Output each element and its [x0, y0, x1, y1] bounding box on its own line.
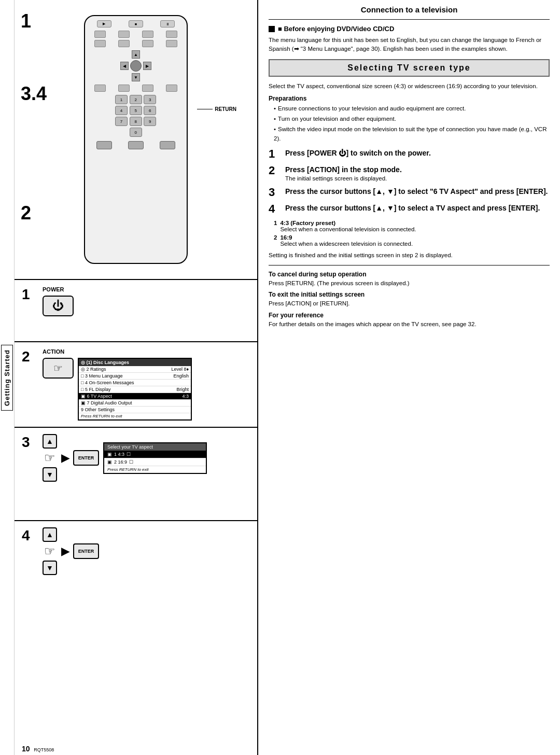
screen2-row-7: Press RETURN to exit [79, 413, 191, 420]
remote-btn-stop: ■ [129, 20, 143, 27]
remote-btn-r1 [94, 31, 106, 38]
right-step4-number: 4 [269, 203, 281, 215]
numpad-3: 3 [144, 95, 156, 104]
step1-number: 1 [22, 286, 37, 303]
remote-btn-a4 [166, 85, 177, 92]
remote-btn-a2 [118, 85, 130, 92]
cancel-note-text: Press [RETURN]. (The previous screen is … [269, 279, 550, 288]
screen3-mockup: Select your TV aspect ▣ 1 4:3 ☐ ▣ 2 16:9… [103, 442, 207, 474]
screen2-row-0: ◎ 2 Ratings Level 8♦ [79, 366, 191, 373]
sidebar-tab: Getting Started [0, 0, 15, 755]
remote-btn-r2 [118, 31, 130, 38]
dpad-center [130, 60, 142, 72]
cursor-up-down: ▲ ☞ ▼ [43, 434, 57, 482]
reference-note-title: For your reference [269, 312, 550, 319]
divider-1 [269, 265, 550, 265]
screen2-row-2: □ 4 On-Screen Messages [79, 380, 191, 386]
sub-option-1: 1 4:3 (Factory preset) Select when a con… [274, 220, 550, 232]
power-label: POWER [43, 286, 250, 292]
dpad-left: ◀ [120, 62, 129, 70]
right-step2-number: 2 [269, 165, 281, 176]
remote-btn-a3 [142, 85, 153, 92]
step2-section: 2 ACTION ☞ ◎ (1) Disc Languages ◎ 2 Rati… [15, 342, 257, 428]
remote-btn-r7 [142, 40, 153, 47]
right-step1-number: 1 [269, 148, 281, 160]
step4-arrow: ▶ [61, 545, 69, 557]
step2-number: 2 [22, 348, 37, 365]
before-section-body: The menu language for this unit has been… [269, 36, 550, 54]
dpad-right: ▶ [143, 62, 151, 70]
numpad-1: 1 [115, 95, 128, 104]
prep-item-2: Switch the video input mode on the telev… [274, 125, 550, 143]
sidebar-label: Getting Started [1, 345, 13, 411]
numpad-4: 4 [115, 106, 128, 115]
step2-content: ACTION ☞ ◎ (1) Disc Languages ◎ 2 Rating… [43, 348, 250, 421]
remote-numpad: 1 2 3 4 5 6 7 8 9 0 [115, 95, 157, 137]
remote-btn-r3 [142, 31, 153, 38]
dpad-down: ▼ [132, 73, 140, 81]
step1-section: 1 POWER ⏻ [15, 280, 257, 342]
step4-section: 4 ▲ ☞ ▼ ▶ ENTER [15, 521, 257, 589]
screen2-row-1: □ 3 Menu Language English [79, 373, 191, 380]
numpad-7: 7 [115, 117, 128, 126]
screen2-row-4: ▣ 6 TV Aspect 4:3 [79, 393, 191, 400]
cursor-up-btn-4: ▲ [43, 527, 57, 542]
preparations-list: Ensure connections to your television an… [269, 104, 550, 143]
return-label: RETURN [197, 106, 236, 112]
remote-btn-a1 [94, 85, 106, 92]
model-number: RQT5508 [34, 747, 54, 752]
cursor-down-btn: ▼ [43, 467, 57, 482]
setting-note: Setting is finished and the initial sett… [269, 251, 550, 260]
right-step2-sub: The initial settings screen is displayed… [285, 175, 402, 181]
selecting-banner: Selecting TV screen type [269, 59, 550, 77]
remote-btn-pause: ⏸ [160, 20, 175, 27]
step4-number: 4 [22, 527, 37, 544]
screen3-title: Select your TV aspect [104, 443, 206, 451]
remote-btn-r8 [166, 40, 177, 47]
exit-note-section: To exit the initial settings screen Pres… [269, 291, 550, 308]
prep-item-0: Ensure connections to your television an… [274, 104, 550, 113]
numpad-6: 6 [144, 106, 156, 115]
before-section-title: ■ Before enjoying DVD/Video CD/CD [269, 25, 550, 33]
enter-btn-4: ENTER [73, 543, 99, 559]
hand-icon-4: ☞ [44, 544, 55, 558]
prep-item-1: Turn on your television and other equipm… [274, 115, 550, 123]
right-step1: 1 Press [POWER ⏻] to switch on the power… [269, 148, 550, 160]
right-panel: Connection to a television ■ Before enjo… [258, 0, 560, 755]
sub-option-2-label: 16:9 [280, 234, 292, 241]
left-panel: 1 3.4 2 ▶ ■ ⏸ [15, 0, 258, 755]
screen3-row-0: ▣ 1 4:3 ☐ [104, 451, 206, 458]
right-step2-text: Press [ACTION] in the stop mode. [285, 165, 402, 174]
remote-btn-bottom1 [96, 141, 112, 149]
numpad-9: 9 [144, 117, 156, 126]
remote-btn-r5 [94, 40, 106, 47]
exit-note-title: To exit the initial settings screen [269, 291, 550, 298]
reference-note-text: For further details on the images which … [269, 320, 550, 329]
remote-btn-bottom3 [160, 141, 175, 149]
step-label-2: 2 [21, 202, 31, 224]
cursor-up-down-4: ▲ ☞ ▼ [43, 527, 57, 575]
sub-option-2: 2 16:9 Select when a widescreen televisi… [274, 234, 550, 247]
cancel-note-title: To cancel during setup operation [269, 271, 550, 278]
cursor-down-btn-4: ▼ [43, 561, 57, 575]
right-step4-text: Press the cursor buttons [▲, ▼] to selec… [285, 204, 540, 212]
selecting-intro: Select the TV aspect, conventional size … [269, 82, 550, 91]
preparations-title: Preparations [269, 95, 550, 102]
action-label: ACTION [43, 348, 250, 355]
page-header: Connection to a television [269, 0, 550, 20]
hand-icon-3: ☞ [44, 451, 55, 465]
sub-option-1-label: 4:3 (Factory preset) [280, 220, 335, 226]
right-step4: 4 Press the cursor buttons [▲, ▼] to sel… [269, 203, 550, 215]
remote-control: ▶ ■ ⏸ ▲ ▼ ◀ ▶ [84, 15, 188, 264]
right-step3-text: Press the cursor buttons [▲, ▼] to selec… [285, 187, 548, 195]
numpad-0: 0 [130, 128, 142, 137]
remote-btn-bottom2 [128, 141, 144, 149]
screen3-footer: Press RETURN to exit [104, 466, 206, 473]
step3-number: 3 [22, 434, 37, 451]
page-footer: 10 RQT5508 [15, 743, 257, 755]
sub-option-1-desc: Select when a conventional television is… [280, 226, 416, 232]
action-button-illustration: ☞ [43, 358, 74, 379]
screen2-row-3: □ 5 FL Display Bright [79, 386, 191, 393]
right-step2: 2 Press [ACTION] in the stop mode. The i… [269, 165, 550, 181]
sub-option-2-desc: Select when a widescreen television is c… [280, 241, 413, 247]
